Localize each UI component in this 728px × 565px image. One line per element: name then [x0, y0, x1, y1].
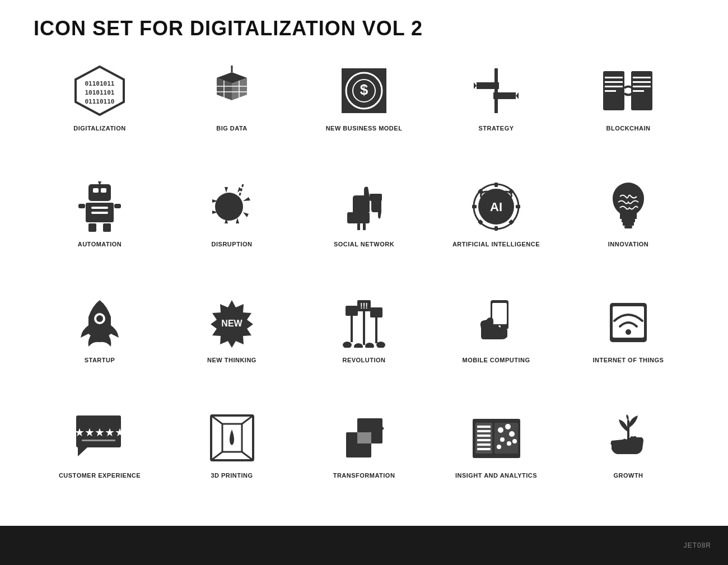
svg-point-117 — [512, 439, 517, 443]
big-data-icon — [204, 63, 260, 119]
startup-label: STARTUP — [85, 356, 115, 365]
footer-bar: JET08R — [0, 526, 728, 565]
insight-and-analytics-label: INSIGHT AND ANALYTICS — [455, 471, 537, 480]
svg-line-94 — [242, 415, 253, 424]
footer-code: JET08R — [684, 541, 711, 549]
svg-point-115 — [507, 441, 511, 446]
digitalization-icon: 01101011 10101101 01110110 — [72, 63, 128, 119]
svg-text:AI: AI — [490, 200, 502, 214]
svg-text:10101101: 10101101 — [85, 89, 114, 96]
icon-item-strategy: STRATEGY — [430, 57, 562, 167]
svg-point-70 — [96, 315, 103, 322]
svg-text:!!!: !!! — [360, 301, 368, 310]
svg-rect-24 — [605, 90, 616, 92]
svg-rect-29 — [633, 90, 644, 92]
svg-point-34 — [98, 181, 101, 183]
new-thinking-icon: NEW — [204, 295, 260, 351]
svg-rect-31 — [93, 188, 99, 193]
svg-rect-68 — [624, 226, 632, 228]
icon-item-growth: GROWTH — [562, 404, 694, 515]
svg-rect-66 — [622, 219, 635, 222]
3d-printing-icon — [204, 410, 260, 466]
svg-rect-91 — [82, 440, 115, 441]
svg-point-113 — [509, 431, 515, 437]
new-business-model-label: NEW BUSINESS MODEL — [326, 124, 403, 133]
new-thinking-label: NEW THINKING — [207, 356, 256, 365]
svg-rect-85 — [492, 303, 507, 324]
page-title: ICON SET FOR DIGITALIZATION VOL 2 — [34, 17, 694, 40]
automation-icon — [72, 179, 128, 235]
svg-rect-22 — [605, 81, 623, 83]
icon-item-blockchain: BLOCKCHAIN — [562, 57, 694, 167]
icons-grid: 01101011 10101101 01110110 DIGITALIZATIO… — [34, 57, 694, 515]
svg-rect-30 — [88, 184, 111, 201]
automation-label: AUTOMATION — [78, 240, 122, 249]
icon-item-transformation: TRANSFORMATION — [298, 404, 430, 515]
icon-item-customer-experience: ★★★★★ CUSTOMER EXPERIENCE — [34, 404, 166, 515]
svg-rect-56 — [494, 183, 498, 187]
svg-point-111 — [498, 427, 503, 433]
transformation-icon — [336, 410, 392, 466]
strategy-label: STRATEGY — [478, 124, 514, 133]
svg-rect-26 — [633, 77, 651, 78]
svg-line-96 — [211, 452, 222, 460]
svg-rect-18 — [493, 92, 516, 99]
svg-rect-53 — [370, 194, 382, 201]
icon-item-new-thinking: NEW NEW THINKING — [166, 289, 298, 399]
svg-marker-19 — [516, 92, 519, 99]
icon-item-new-business-model: $ NEW BUSINESS MODEL — [298, 57, 430, 167]
svg-rect-67 — [623, 222, 634, 226]
svg-rect-21 — [605, 77, 623, 78]
startup-icon — [72, 295, 128, 351]
icon-item-artificial-intelligence: AI ARTIFICIAL INTELLIGENCE — [430, 173, 562, 283]
revolution-label: REVOLUTION — [342, 356, 385, 365]
insight-and-analytics-icon — [468, 410, 524, 466]
svg-marker-49 — [243, 197, 250, 201]
svg-point-83 — [376, 342, 385, 348]
svg-marker-43 — [225, 187, 228, 193]
svg-line-93 — [211, 415, 222, 424]
svg-rect-59 — [516, 205, 520, 208]
internet-of-things-label: INTERNET OF THINGS — [593, 356, 664, 365]
icon-item-revolution: !!! REVOLUTION — [298, 289, 430, 399]
disruption-icon — [204, 179, 260, 235]
svg-rect-57 — [494, 226, 498, 231]
svg-rect-107 — [477, 439, 491, 441]
svg-marker-48 — [236, 218, 239, 223]
artificial-intelligence-icon: AI — [468, 179, 524, 235]
svg-point-89 — [626, 329, 631, 335]
icon-item-digitalization: 01101011 10101101 01110110 DIGITALIZATIO… — [34, 57, 166, 167]
svg-point-82 — [365, 343, 374, 348]
svg-rect-58 — [472, 205, 477, 208]
svg-rect-78 — [370, 307, 382, 317]
icon-item-big-data: BIG DATA — [166, 57, 298, 167]
svg-rect-38 — [88, 223, 96, 232]
svg-text:01101011: 01101011 — [85, 80, 114, 87]
svg-rect-54 — [357, 223, 360, 230]
innovation-label: INNOVATION — [608, 240, 648, 249]
social-network-label: SOCIAL NETWORK — [334, 240, 394, 249]
svg-point-112 — [505, 424, 511, 429]
svg-rect-36 — [78, 204, 85, 208]
svg-rect-109 — [477, 448, 491, 450]
growth-label: GROWTH — [613, 471, 643, 480]
social-network-icon — [336, 179, 392, 235]
svg-rect-100 — [357, 432, 371, 443]
svg-marker-50 — [243, 212, 249, 217]
svg-text:★★★★★: ★★★★★ — [74, 426, 125, 438]
mobile-computing-label: MOBILE COMPUTING — [462, 356, 530, 365]
icon-item-social-network: SOCIAL NETWORK — [298, 173, 430, 283]
strategy-icon — [468, 63, 524, 119]
svg-rect-104 — [477, 426, 491, 428]
svg-text:NEW: NEW — [221, 319, 242, 328]
svg-line-95 — [242, 452, 253, 460]
svg-rect-73 — [346, 306, 358, 316]
svg-point-80 — [343, 342, 352, 348]
svg-rect-32 — [101, 188, 106, 193]
svg-point-116 — [497, 445, 501, 449]
icon-item-automation: AUTOMATION — [34, 173, 166, 283]
icon-item-disruption: DISRUPTION — [166, 173, 298, 283]
svg-rect-41 — [91, 212, 108, 214]
revolution-icon: !!! — [336, 295, 392, 351]
svg-point-81 — [354, 343, 363, 348]
